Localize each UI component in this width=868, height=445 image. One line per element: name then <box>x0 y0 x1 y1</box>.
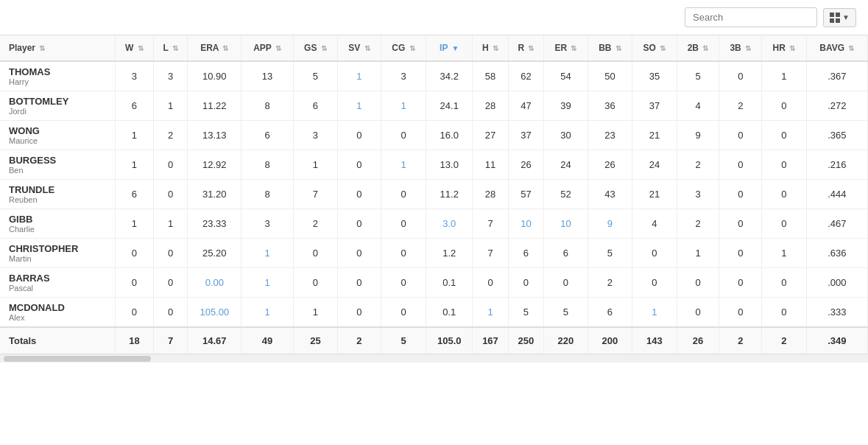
col-3b[interactable]: 3B ⇅ <box>719 35 762 61</box>
player-cell: GIBBCharlie <box>0 209 115 239</box>
stat-3b: 0 <box>719 239 762 268</box>
stat-l: 0 <box>153 298 187 328</box>
player-last-name: BARRAS <box>9 273 110 284</box>
col-player[interactable]: Player ⇅ <box>0 35 115 61</box>
stat-r: 62 <box>508 61 543 91</box>
scrollbar-thumb[interactable] <box>4 356 151 362</box>
stat-era: 12.92 <box>188 150 241 180</box>
stat-bavg: .365 <box>806 121 867 150</box>
header-row: Player ⇅ W ⇅ L ⇅ ERA ⇅ APP ⇅ GS ⇅ SV ⇅ C… <box>0 35 868 61</box>
stat-app: 8 <box>241 91 293 121</box>
stat-era: 0.00 <box>188 268 241 298</box>
table-header: Player ⇅ W ⇅ L ⇅ ERA ⇅ APP ⇅ GS ⇅ SV ⇅ C… <box>0 35 868 61</box>
player-first-name: Reuben <box>9 195 110 204</box>
stat-r: 5 <box>508 298 543 328</box>
col-app[interactable]: APP ⇅ <box>241 35 293 61</box>
stat-bb: 50 <box>588 61 632 91</box>
stat-3b: 0 <box>719 209 762 239</box>
stat-app: 13 <box>241 61 293 91</box>
stat-l: 0 <box>153 150 187 180</box>
totals-era: 14.67 <box>188 327 241 354</box>
stat-cg: 3 <box>381 61 426 91</box>
stat-er: 24 <box>544 150 588 180</box>
table-row: MCDONALDAlex00105.0011000.115561000.333 <box>0 298 868 328</box>
col-2b[interactable]: 2B ⇅ <box>677 35 719 61</box>
stat-hr: 0 <box>762 121 806 150</box>
player-cell: BURGESSBen <box>0 150 115 180</box>
stat-era: 13.13 <box>188 121 241 150</box>
stat-cg: 0 <box>381 239 426 268</box>
svg-rect-3 <box>836 18 840 23</box>
col-hr[interactable]: HR ⇅ <box>762 35 806 61</box>
stat-era: 31.20 <box>188 180 241 209</box>
player-cell: BARRASPascal <box>0 268 115 298</box>
stat-gs: 1 <box>293 150 337 180</box>
stat-l: 0 <box>153 180 187 209</box>
stat-w: 6 <box>115 91 153 121</box>
col-so[interactable]: SO ⇅ <box>632 35 677 61</box>
col-r[interactable]: R ⇅ <box>508 35 543 61</box>
table-row: BURGESSBen1012.92810113.01126242624200.2… <box>0 150 868 180</box>
stat-ip: 0.1 <box>426 298 473 328</box>
stat-bb: 36 <box>588 91 632 121</box>
stat-er: 10 <box>544 209 588 239</box>
stat-bavg: .467 <box>806 209 867 239</box>
stat-er: 30 <box>544 121 588 150</box>
stat-hr: 1 <box>762 61 806 91</box>
stats-table-wrapper: Player ⇅ W ⇅ L ⇅ ERA ⇅ APP ⇅ GS ⇅ SV ⇅ C… <box>0 35 868 354</box>
stat-3b: 0 <box>719 150 762 180</box>
col-era[interactable]: ERA ⇅ <box>188 35 241 61</box>
player-last-name: THOMAS <box>9 66 110 77</box>
stat-sv: 0 <box>338 268 381 298</box>
col-er[interactable]: ER ⇅ <box>544 35 588 61</box>
stat-bb: 5 <box>588 239 632 268</box>
player-cell: TRUNDLEReuben <box>0 180 115 209</box>
col-gs[interactable]: GS ⇅ <box>293 35 337 61</box>
stat-bb: 9 <box>588 209 632 239</box>
totals-r: 250 <box>508 327 543 354</box>
player-cell: WONGMaurice <box>0 121 115 150</box>
stat-bb: 43 <box>588 180 632 209</box>
stat-hr: 0 <box>762 150 806 180</box>
col-bavg[interactable]: BAVG ⇅ <box>806 35 867 61</box>
stat-h: 58 <box>473 61 508 91</box>
stat-hr: 0 <box>762 268 806 298</box>
col-ip[interactable]: IP ▼ <box>426 35 473 61</box>
stat-er: 5 <box>544 298 588 328</box>
stat-app: 6 <box>241 121 293 150</box>
col-h[interactable]: H ⇅ <box>473 35 508 61</box>
col-w[interactable]: W ⇅ <box>115 35 153 61</box>
col-sv[interactable]: SV ⇅ <box>338 35 381 61</box>
col-bb[interactable]: BB ⇅ <box>588 35 632 61</box>
stat-h: 27 <box>473 121 508 150</box>
stat-era: 105.00 <box>188 298 241 328</box>
stat-l: 3 <box>153 61 187 91</box>
stat-3b: 0 <box>719 298 762 328</box>
search-input[interactable] <box>685 7 817 27</box>
stat-3b: 0 <box>719 61 762 91</box>
grid-view-button[interactable]: ▼ <box>823 8 856 27</box>
stat-gs: 0 <box>293 239 337 268</box>
stat-bb: 23 <box>588 121 632 150</box>
col-cg[interactable]: CG ⇅ <box>381 35 426 61</box>
stat-w: 1 <box>115 121 153 150</box>
col-l[interactable]: L ⇅ <box>153 35 187 61</box>
player-cell: MCDONALDAlex <box>0 298 115 328</box>
player-last-name: BOTTOMLEY <box>9 96 110 107</box>
stat-ip: 24.1 <box>426 91 473 121</box>
stat-hr: 1 <box>762 239 806 268</box>
horizontal-scrollbar[interactable] <box>0 354 868 362</box>
stat-so: 37 <box>632 91 677 121</box>
player-last-name: GIBB <box>9 214 110 225</box>
stat-cg: 0 <box>381 209 426 239</box>
stat-3b: 0 <box>719 268 762 298</box>
stat-sv: 0 <box>338 121 381 150</box>
stat-cg: 0 <box>381 121 426 150</box>
stat-so: 4 <box>632 209 677 239</box>
stat-bavg: .444 <box>806 180 867 209</box>
stat-bavg: .367 <box>806 61 867 91</box>
stat-gs: 2 <box>293 209 337 239</box>
player-first-name: Maurice <box>9 136 110 145</box>
player-last-name: MCDONALD <box>9 302 110 313</box>
stat-sv: 0 <box>338 150 381 180</box>
